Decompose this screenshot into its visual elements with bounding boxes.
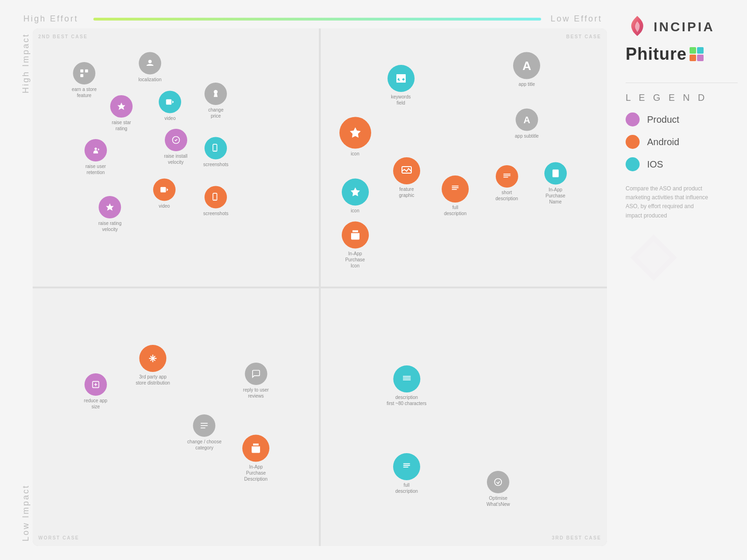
svg-point-42 <box>495 479 502 486</box>
main-container: High Effort Low Effort High Impact Low I… <box>0 0 747 560</box>
circle-optimise <box>487 471 509 493</box>
legend-label-android: Android <box>647 137 679 147</box>
svg-rect-22 <box>503 176 508 177</box>
legend-item-ios: IOS <box>626 157 663 171</box>
label-inapp-icon: In-AppPurchaseIcon <box>345 251 365 269</box>
label-desc-first80: descriptionfirst ~80 characters <box>387 394 426 406</box>
node-video-orange: video <box>153 178 176 209</box>
label-reply-reviews: reply to userreviews <box>243 387 269 399</box>
circle-change-cat <box>193 414 216 437</box>
corner-label-br: 3RD BEST CASE <box>552 535 601 540</box>
svg-line-29 <box>154 359 155 361</box>
circle-inapp-icon <box>342 222 369 249</box>
svg-rect-1 <box>85 69 88 72</box>
label-icon-orange: icon <box>351 151 359 157</box>
node-earn-store-feature: earn a storefeature <box>72 62 97 98</box>
node-change-category: change / choosecategory <box>187 414 221 451</box>
quadrant-bottom-left: WORST CASE 3rd party appstore distributi… <box>33 288 319 546</box>
legend-label-product: Product <box>647 114 679 125</box>
svg-marker-15 <box>106 203 114 210</box>
circle-keywords <box>388 65 415 92</box>
svg-marker-6 <box>172 100 174 104</box>
node-short-desc: shortdescription <box>495 165 518 202</box>
node-inapp-purchase-name: In-AppPurchaseName <box>544 162 567 204</box>
svg-marker-12 <box>167 188 168 191</box>
svg-rect-40 <box>403 465 410 466</box>
svg-point-14 <box>215 199 216 200</box>
svg-rect-33 <box>201 423 208 424</box>
grid-cell-2 <box>697 47 704 54</box>
svg-rect-17 <box>452 186 459 187</box>
label-inapp-desc: In-AppPurchaseDescription <box>244 464 268 482</box>
label-raise-rating: raise ratingvelocity <box>99 220 121 232</box>
legend-item-android: Android <box>626 135 679 149</box>
legend-item-product: Product <box>626 112 679 126</box>
incipia-text: INCIPIA <box>654 20 715 35</box>
circle-icon-cyan <box>342 179 369 206</box>
circle-feature-graphic <box>393 157 420 184</box>
label-localization: localization <box>139 76 162 82</box>
svg-rect-20 <box>503 174 510 175</box>
svg-line-28 <box>150 356 152 357</box>
label-icon-cyan: icon <box>351 208 359 214</box>
node-icon-orange: icon <box>339 117 371 157</box>
svg-rect-37 <box>403 378 411 379</box>
circle-app-title: A <box>513 52 540 79</box>
circle-change-price <box>204 83 227 105</box>
svg-rect-18 <box>452 187 459 188</box>
circle-desc-first80 <box>393 365 420 392</box>
grid-cell-3 <box>690 55 696 61</box>
node-raise-user-retention: raise userretention <box>85 139 107 175</box>
label-optimise: OptimiseWhat'sNew <box>486 495 510 507</box>
svg-rect-5 <box>166 99 172 105</box>
legend-dot-product <box>626 112 640 126</box>
flame-icon <box>626 14 649 40</box>
y-label-container: High Impact Low Impact <box>19 28 33 546</box>
circle-full-desc <box>442 175 469 203</box>
phiture-text: Phiture <box>626 44 687 64</box>
y-label-high: High Impact <box>21 33 31 93</box>
quadrant-top-left: 2ND BEST CASE earn a storefeature loc <box>33 28 319 287</box>
right-panel: INCIPIA Phiture L E G E N D Product Andr… <box>616 0 747 560</box>
svg-point-7 <box>94 147 97 150</box>
quadrant-top-right: BEST CASE keywordsfield A app title <box>321 28 607 287</box>
description-text: Compare the ASO and product marketing ac… <box>626 184 710 220</box>
label-full-desc-br: fulldescription <box>395 482 418 494</box>
svg-rect-2 <box>80 74 83 77</box>
node-raise-star-rating: raise starrating <box>110 95 133 132</box>
svg-rect-11 <box>161 187 166 192</box>
corner-label-tl: 2ND BEST CASE <box>38 34 88 39</box>
legend-title: L E G E N D <box>626 92 707 103</box>
node-inapp-purchase-icon: In-AppPurchaseIcon <box>342 222 369 269</box>
label-screenshots-cyan: screenshots <box>203 161 228 168</box>
svg-rect-41 <box>403 467 409 468</box>
label-feature-graphic: featuregraphic <box>399 186 414 198</box>
node-optimise-whatsnew: OptimiseWhat'sNew <box>486 471 510 507</box>
svg-rect-0 <box>80 69 83 72</box>
node-full-desc-tr: fulldescription <box>442 175 469 217</box>
label-raise-star: raise starrating <box>112 119 131 132</box>
circle-video-orange <box>153 178 176 201</box>
label-full-desc-tr: fulldescription <box>444 204 466 217</box>
label-earn-store: earn a storefeature <box>72 86 97 98</box>
divider <box>626 83 738 83</box>
label-3rd-party: 3rd party appstore distribution <box>136 374 170 386</box>
circle-screenshots-orange <box>204 186 227 209</box>
node-app-title: A app title <box>513 52 540 87</box>
svg-line-30 <box>154 356 155 357</box>
circle-raise-user <box>85 139 107 161</box>
node-raise-install-velocity: raise installvelocity <box>164 129 187 165</box>
effort-bar <box>93 18 541 21</box>
svg-point-10 <box>215 150 216 151</box>
circle-localization <box>139 52 161 74</box>
circle-video-cyan <box>159 91 181 113</box>
phiture-grid <box>690 47 704 61</box>
label-app-subtitle: app subtitle <box>515 133 539 139</box>
circle-inapp-name <box>544 162 567 184</box>
node-reply-reviews: reply to userreviews <box>243 363 269 399</box>
circle-reduce-app <box>85 373 107 396</box>
grid-cell-1 <box>690 47 696 54</box>
y-label-low: Low Impact <box>21 484 31 541</box>
node-icon-cyan: icon <box>342 179 369 214</box>
label-screenshots-orange: screenshots <box>203 210 228 217</box>
